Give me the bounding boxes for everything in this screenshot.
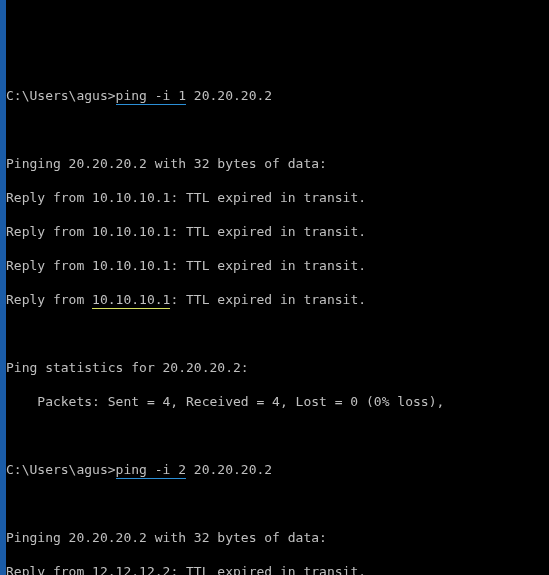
stats-packets: Packets: Sent = 4, Received = 4, Lost = … xyxy=(6,393,545,410)
command-line-1: C:\Users\agus>ping -i 1 20.20.20.2 xyxy=(6,87,545,104)
hop-ip: 10.10.10.1 xyxy=(92,292,170,309)
ping-header: Pinging 20.20.20.2 with 32 bytes of data… xyxy=(6,529,545,546)
reply-line: Reply from 10.10.10.1: TTL expired in tr… xyxy=(6,291,545,308)
hop-ip: 12.12.12.2 xyxy=(92,564,170,575)
prompt: C:\Users\agus> xyxy=(6,462,116,477)
command-line-2: C:\Users\agus>ping -i 2 20.20.20.2 xyxy=(6,461,545,478)
ping-cmd-2: ping -i 2 xyxy=(116,462,186,479)
reply-line: Reply from 10.10.10.1: TTL expired in tr… xyxy=(6,257,545,274)
prompt: C:\Users\agus> xyxy=(6,88,116,103)
ping-target-1: 20.20.20.2 xyxy=(194,88,272,103)
reply-line: Reply from 10.10.10.1: TTL expired in tr… xyxy=(6,223,545,240)
ping-header: Pinging 20.20.20.2 with 32 bytes of data… xyxy=(6,155,545,172)
stats-header: Ping statistics for 20.20.20.2: xyxy=(6,359,545,376)
ping-cmd-1: ping -i 1 xyxy=(116,88,186,105)
hop-ip: 10.10.10.1 xyxy=(92,258,170,273)
hop-ip: 10.10.10.1 xyxy=(92,224,170,239)
ping-target-2: 20.20.20.2 xyxy=(194,462,272,477)
reply-line: Reply from 10.10.10.1: TTL expired in tr… xyxy=(6,189,545,206)
hop-ip: 10.10.10.1 xyxy=(92,190,170,205)
reply-line: Reply from 12.12.12.2: TTL expired in tr… xyxy=(6,563,545,575)
terminal-output: C:\Users\agus>ping -i 1 20.20.20.2 Pingi… xyxy=(6,70,545,575)
